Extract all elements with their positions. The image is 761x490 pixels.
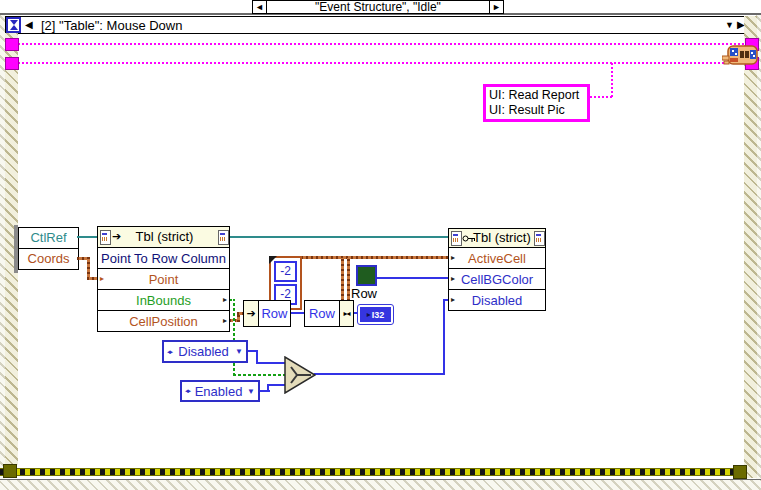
dynamic-event-wire-2[interactable] — [18, 62, 745, 64]
event-data-ctlref[interactable]: CtlRef — [18, 227, 79, 249]
invoke-node-title: Tbl (strict) — [98, 229, 231, 244]
outer-case-decrement-arrow[interactable]: ◄ — [253, 1, 267, 13]
enum-selector-icon: ◂▸ — [167, 348, 172, 356]
error-tunnel-right[interactable] — [733, 465, 747, 479]
enabled-enum-wire-v[interactable] — [267, 385, 269, 392]
error-wire[interactable] — [0, 468, 746, 476]
labview-block-diagram: ◄ "Event Structure", "Idle" ► ◀ [2] "Tab… — [0, 0, 761, 490]
unbundle-by-name-glyph-cell[interactable]: ➔ — [243, 300, 259, 327]
output-arrow-icon: ▸ — [223, 317, 227, 325]
property-cellbgcolor[interactable]: ▸ CellBGColor — [448, 268, 546, 290]
enum-constant-enabled[interactable]: ◂▸ Enabled ▼ — [180, 380, 260, 402]
event-structure-label-bar[interactable]: ◀ [2] "Table": Mouse Down ▼ ▶ — [5, 16, 745, 34]
bundle-element-label: Row — [309, 306, 335, 321]
invoke-method-row[interactable]: Point To Row Column — [97, 247, 230, 269]
outer-case-increment-arrow[interactable]: ► — [489, 1, 503, 13]
cellposition-label: CellPosition — [129, 314, 198, 329]
invoke-param-inbounds[interactable]: InBounds ▸ — [97, 289, 230, 311]
bundle-output-wire-v[interactable] — [347, 258, 350, 301]
select-output-wire-h[interactable] — [314, 373, 445, 375]
row-i32-indicator[interactable]: ▸ I32 — [357, 304, 394, 325]
ctlref-wire-1[interactable] — [77, 236, 97, 238]
ctlref-wire-2[interactable] — [230, 236, 448, 238]
unbundle-arrow-icon: ➔ — [246, 307, 255, 319]
input-arrow-icon: ▸ — [100, 275, 104, 283]
row-unbundle-to-bundle-wire[interactable] — [291, 312, 305, 314]
numeric-value: -2 — [280, 287, 291, 301]
coords-label: Coords — [28, 251, 70, 266]
dynamic-event-tunnel-left-1[interactable] — [5, 38, 19, 51]
chevron-down-icon[interactable]: ▼ — [235, 347, 243, 356]
user-event-line-2: UI: Result Pic — [489, 103, 584, 118]
bundle-arrows-icon: ▸◂ — [343, 309, 349, 318]
enum-disabled-value: Disabled — [175, 344, 232, 359]
output-arrow-icon: ▸ — [223, 296, 227, 304]
indicator-arrow-icon: ▸ — [367, 310, 371, 319]
ctlref-label: CtlRef — [30, 230, 66, 245]
chevron-down-icon[interactable]: ▼ — [247, 387, 255, 396]
numeric-value: -2 — [280, 264, 291, 278]
outer-case-selector-label: "Event Structure", "Idle" — [267, 0, 489, 14]
inbounds-label: InBounds — [136, 293, 191, 308]
unbundle-element-label: Row — [261, 306, 287, 321]
select-output-wire-v[interactable] — [443, 299, 445, 375]
class-ref-icon — [218, 230, 229, 245]
i32-terminal: ▸ I32 — [360, 307, 391, 322]
property-node-header[interactable]: Tbl (strict) — [448, 228, 546, 248]
enum-selector-icon: ◂▸ — [185, 387, 190, 395]
property-disabled[interactable]: ▸ Disabled — [448, 289, 546, 311]
coords-wire-h2[interactable] — [87, 277, 97, 280]
user-event-line-1: UI: Read Report — [489, 88, 584, 103]
invoke-param-point[interactable]: ▸ Point — [97, 268, 230, 290]
input-arrow-icon: ▸ — [451, 296, 455, 304]
dynamic-event-wire-1[interactable] — [18, 43, 745, 45]
user-event-branch-wire-h[interactable] — [590, 96, 612, 98]
numeric-constant-row[interactable]: -2 — [274, 261, 297, 282]
event-structure-border-right[interactable] — [744, 16, 757, 478]
class-ref-icon — [451, 231, 462, 246]
event-case-decrement-arrow[interactable]: ◀ — [25, 19, 33, 30]
user-event-branch-wire-v[interactable] — [611, 63, 613, 97]
event-data-coords[interactable]: Coords — [18, 248, 79, 270]
enabled-enum-wire-h2[interactable] — [267, 384, 285, 386]
class-ref-icon — [534, 231, 545, 246]
user-event-constant[interactable]: UI: Read Report UI: Result Pic — [483, 84, 590, 122]
unbundle-element-row[interactable]: Row — [258, 300, 291, 327]
row-indicator-label: Row — [351, 286, 377, 301]
property-node-title: Tbl (strict) — [473, 230, 531, 245]
event-case-label: [2] "Table": Mouse Down — [41, 18, 182, 33]
error-tunnel-left[interactable] — [3, 464, 17, 478]
invoke-node-header[interactable]: ➔ Tbl (strict) — [97, 226, 230, 248]
i32-type-label: I32 — [372, 310, 385, 320]
enum-constant-disabled[interactable]: ◂▸ Disabled ▼ — [162, 340, 248, 363]
colorbox-wire[interactable] — [377, 277, 448, 279]
activecell-wire-h[interactable] — [301, 256, 448, 259]
dynamic-event-tunnel-left-2[interactable] — [5, 57, 19, 70]
input-arrow-icon: ▸ — [451, 254, 455, 262]
event-case-dropdown-arrow[interactable]: ▼ — [725, 20, 734, 30]
enum-enabled-value: Enabled — [193, 384, 244, 399]
disabled-label: Disabled — [472, 293, 523, 308]
disabled-enum-wire-h2[interactable] — [256, 362, 285, 364]
input-arrow-icon: ▸ — [451, 275, 455, 283]
point-label: Point — [149, 272, 179, 287]
color-box-constant[interactable] — [356, 265, 377, 286]
property-activecell[interactable]: ▸ ActiveCell — [448, 247, 546, 269]
select-function-node[interactable] — [284, 356, 316, 394]
invoke-param-cellposition[interactable]: CellPosition ▸ — [97, 310, 230, 332]
inbounds-wire-v[interactable] — [233, 299, 235, 376]
outer-case-selector[interactable]: ◄ "Event Structure", "Idle" ► — [252, 0, 504, 14]
bundle-element-row[interactable]: Row — [304, 300, 340, 327]
event-registration-refnum-icon[interactable] — [722, 43, 758, 68]
invoke-method-label: Point To Row Column — [101, 251, 226, 266]
cluster-const-wire-v[interactable] — [341, 258, 344, 301]
cellbgcolor-label: CellBGColor — [461, 272, 533, 287]
inbounds-wire-h2[interactable] — [233, 374, 285, 376]
outer-case-border-bottom[interactable] — [0, 479, 761, 490]
event-timeout-terminal[interactable] — [6, 17, 21, 33]
bundle-by-name-glyph-cell[interactable]: ▸◂ — [339, 300, 354, 327]
activecell-label: ActiveCell — [468, 251, 526, 266]
coords-wire-v[interactable] — [87, 257, 90, 279]
